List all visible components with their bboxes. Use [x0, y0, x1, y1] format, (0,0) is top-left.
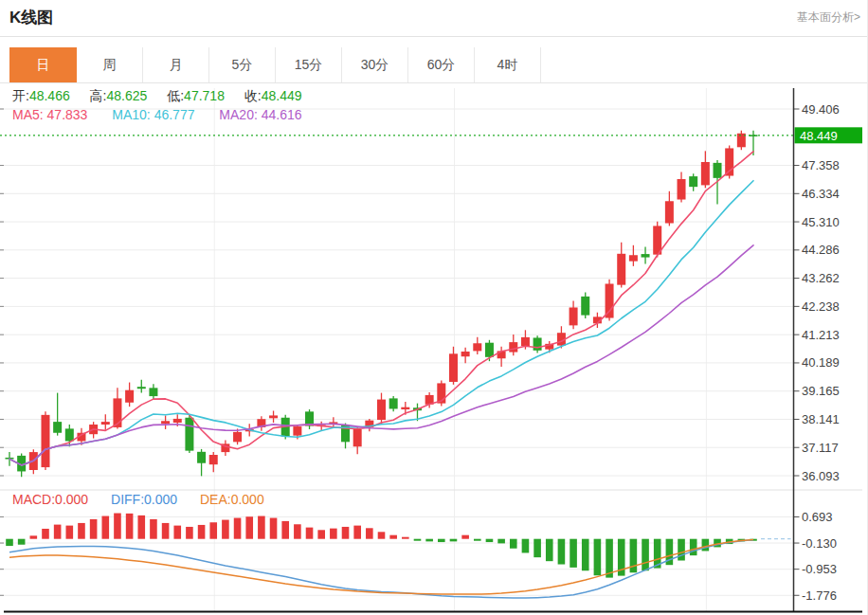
candle-bullish: [678, 179, 686, 200]
macd-bar: [533, 539, 541, 557]
macd-axis-label: -1.776: [802, 588, 837, 603]
candle-bullish: [473, 343, 481, 351]
macd-bar: [281, 521, 289, 539]
candle-bearish: [137, 387, 146, 389]
price-axis-label: 36.093: [802, 469, 840, 483]
candle-bullish: [521, 337, 530, 346]
macd-bar: [90, 519, 98, 539]
price-axis-label: 47.358: [802, 158, 840, 172]
diff-value: DIFF:0.000: [111, 492, 177, 507]
candle-bullish: [293, 426, 301, 436]
candle-bullish: [629, 255, 638, 261]
candle-bullish: [606, 283, 614, 317]
macd-bar: [402, 537, 409, 539]
open-label: 开:: [12, 88, 29, 103]
ma-readout: MA5: 47.833 MA10: 46.777 MA20: 44.616: [12, 107, 302, 122]
candle-bullish: [509, 342, 517, 352]
macd-bar: [702, 539, 710, 552]
macd-bar: [114, 514, 121, 539]
macd-bar: [425, 539, 433, 542]
current-price-badge-label: 48.449: [800, 129, 838, 143]
macd-bar: [353, 526, 361, 539]
macd-bar: [389, 535, 397, 539]
price-axis-label: 46.334: [802, 187, 840, 201]
macd-bar: [137, 516, 145, 539]
candle-bullish: [161, 421, 170, 424]
macd-bar: [450, 539, 458, 542]
low-value: 47.718: [184, 88, 225, 103]
candle-bullish: [125, 390, 134, 403]
price-axis-label: 38.141: [802, 412, 840, 426]
macd-axis-label: -0.953: [802, 562, 837, 576]
candle-bullish: [353, 429, 362, 446]
macd-bar: [678, 539, 685, 561]
kline-widget: K线图 基本面分析> 日 周 月 5分 15分 30分 60分 4时 49.40…: [0, 0, 868, 615]
candle-bearish: [581, 297, 589, 316]
macd-axis-label: -0.130: [802, 536, 837, 551]
macd-bar: [126, 514, 134, 539]
macd-readout: MACD:0.000 DIFF:0.000 DEA:0.000: [12, 492, 264, 507]
high-label: 高:: [90, 88, 107, 103]
macd-bar: [258, 516, 265, 539]
candle-bearish: [53, 422, 62, 433]
price-axis-label: 37.117: [802, 441, 839, 455]
macd-bar: [173, 526, 181, 539]
macd-bar: [270, 518, 278, 539]
macd-bar: [522, 539, 530, 553]
candle-bearish: [65, 428, 74, 441]
candle-bullish: [665, 201, 674, 223]
macd-bar: [234, 518, 242, 539]
price-axis-label: 43.262: [802, 271, 840, 285]
candle-bullish: [233, 432, 242, 442]
high-value: 48.625: [107, 88, 148, 103]
macd-bar: [42, 529, 49, 539]
candle-bullish: [101, 422, 110, 425]
candle-bearish: [642, 254, 650, 257]
macd-bar: [198, 525, 206, 539]
macd-axis-label: 0.693: [802, 510, 833, 524]
macd-bar: [317, 530, 325, 538]
macd-bar: [378, 532, 386, 538]
candle-bearish: [533, 337, 542, 350]
macd-bar: [461, 535, 469, 539]
candle-bullish: [173, 419, 182, 423]
price-axis-label: 44.286: [802, 243, 840, 257]
candle-bearish: [185, 418, 193, 451]
macd-bar: [209, 522, 217, 538]
ma5-value: MA5: 47.833: [12, 107, 87, 122]
candle-bullish: [617, 254, 625, 285]
macd-bar: [690, 539, 697, 555]
macd-bar: [162, 523, 170, 539]
ohlc-readout: 开:48.466 高:48.625 低:47.718 收:48.449: [12, 88, 318, 105]
price-axis-label: 40.189: [802, 355, 840, 370]
candle-bearish: [689, 176, 697, 187]
macd-bar: [306, 528, 314, 539]
open-value: 48.466: [29, 88, 70, 103]
price-axis-label: 39.165: [802, 384, 840, 398]
ma10-value: MA10: 46.777: [112, 107, 194, 122]
candle-bullish: [41, 415, 49, 467]
macd-bar: [78, 523, 85, 539]
price-axis-label: 49.406: [802, 102, 840, 117]
macd-bar: [54, 525, 62, 539]
candle-bullish: [570, 307, 578, 325]
macd-bar: [486, 539, 494, 542]
macd-bar: [186, 527, 193, 539]
low-label: 低:: [167, 88, 184, 103]
macd-bar: [497, 539, 505, 544]
macd-bar: [222, 520, 229, 539]
macd-bar: [6, 539, 13, 546]
macd-bar: [294, 524, 301, 538]
macd-bar: [18, 539, 26, 545]
macd-bar: [30, 535, 38, 538]
macd-bar: [330, 529, 337, 539]
candle-bearish: [485, 343, 494, 357]
price-axis-label: 42.238: [802, 299, 840, 314]
macd-value: MACD:0.000: [12, 492, 88, 507]
candle-bullish: [377, 400, 386, 421]
macd-bar: [570, 539, 577, 568]
macd-bar: [366, 528, 373, 538]
macd-bar: [438, 539, 445, 542]
macd-bar: [150, 519, 157, 539]
candle-bullish: [269, 415, 278, 418]
